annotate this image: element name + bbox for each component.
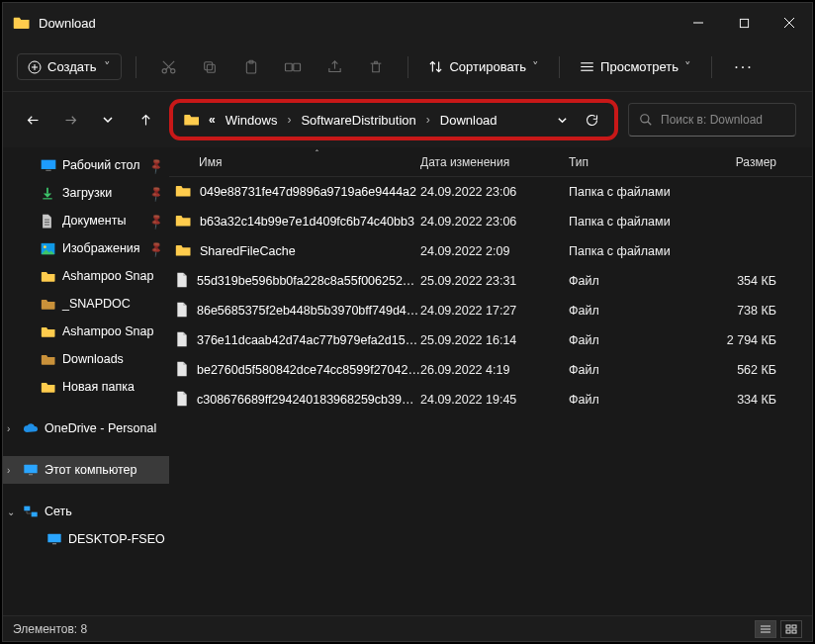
- file-date: 24.09.2022 19:45: [420, 393, 569, 407]
- file-date: 24.09.2022 23:06: [420, 215, 569, 229]
- recent-button[interactable]: [94, 106, 122, 134]
- titlebar: Download: [3, 3, 812, 43]
- chevron-down-icon: ⌄: [7, 506, 19, 517]
- chevron-down-icon: ˅: [532, 59, 539, 74]
- create-button[interactable]: Создать ˅: [17, 53, 122, 80]
- sort-ascending-icon: ˆ: [316, 148, 318, 158]
- file-name: be2760d5f580842dce74cc8599f2704254e6...: [197, 363, 420, 377]
- folder-dark-icon: [41, 297, 56, 311]
- file-name: 049e88731fe47d9896a9719a6e9444a2: [200, 185, 416, 199]
- sidebar-quick-item[interactable]: _SNAPDOC: [3, 290, 169, 318]
- copy-button[interactable]: [192, 52, 227, 82]
- file-name: SharedFileCache: [200, 244, 296, 258]
- sidebar-quick-item[interactable]: Рабочий стол📌: [3, 151, 169, 179]
- table-row[interactable]: 049e88731fe47d9896a9719a6e9444a224.09.20…: [169, 177, 812, 207]
- table-row[interactable]: b63a32c14b99e7e1d409fc6b74c40bb324.09.20…: [169, 207, 812, 236]
- table-row[interactable]: be2760d5f580842dce74cc8599f2704254e6...2…: [169, 355, 812, 385]
- table-row[interactable]: c308676689ff294240183968259cb3933419...2…: [169, 385, 812, 414]
- sidebar-item-onedrive[interactable]: › OneDrive - Personal: [3, 414, 169, 442]
- svg-point-21: [641, 115, 649, 123]
- forward-button[interactable]: [56, 106, 84, 134]
- file-name: c308676689ff294240183968259cb3933419...: [197, 393, 420, 407]
- folder-icon: [13, 15, 31, 31]
- svg-rect-28: [45, 224, 49, 225]
- column-type[interactable]: Тип: [569, 155, 697, 169]
- table-row[interactable]: 55d319be596bb0fa228c8a55f006252eb8c5...2…: [169, 266, 812, 296]
- chevron-right-icon: ›: [7, 465, 19, 476]
- folder-icon: [183, 113, 201, 127]
- sidebar-item-thispc[interactable]: › Этот компьютер: [3, 456, 169, 484]
- sidebar-quick-item[interactable]: Документы📌: [3, 207, 169, 234]
- thumbnails-view-button[interactable]: [780, 620, 802, 638]
- file-date: 26.09.2022 4:19: [420, 363, 569, 377]
- details-view-button[interactable]: [755, 620, 776, 638]
- sidebar-item-network[interactable]: ⌄ Сеть: [3, 498, 169, 525]
- sidebar-quick-item[interactable]: Новая папка: [3, 373, 169, 401]
- create-label: Создать: [47, 59, 96, 74]
- column-size[interactable]: Размер: [697, 155, 776, 169]
- file-list: ˆ Имя Дата изменения Тип Размер 049e8873…: [169, 147, 812, 615]
- address-bar[interactable]: « Windows › SoftwareDistribution › Downl…: [169, 99, 618, 140]
- separator: [136, 56, 136, 78]
- sidebar-item-label: OneDrive - Personal: [45, 421, 156, 435]
- maximize-button[interactable]: [721, 3, 767, 43]
- breadcrumb-item[interactable]: Download: [436, 113, 501, 128]
- desktop-icon: [41, 158, 56, 172]
- paste-button[interactable]: [233, 52, 269, 82]
- back-button[interactable]: [19, 106, 46, 134]
- svg-rect-15: [286, 63, 293, 71]
- search-input[interactable]: Поиск в: Download: [628, 103, 796, 137]
- file-type: Файл: [569, 304, 697, 318]
- svg-rect-16: [294, 63, 301, 71]
- svg-rect-31: [24, 465, 37, 474]
- table-row[interactable]: 86e5685375f2eb448b5b3970bff749d478cf...2…: [169, 296, 812, 325]
- delete-button[interactable]: [358, 52, 394, 82]
- file-type: Файл: [569, 333, 697, 347]
- file-type: Файл: [569, 274, 697, 288]
- file-size: 2 794 КБ: [697, 333, 776, 347]
- sidebar-quick-item[interactable]: Ashampoo Snap: [3, 318, 169, 345]
- file-size: 334 КБ: [697, 393, 776, 407]
- sidebar-quick-item[interactable]: Загрузки📌: [3, 179, 169, 207]
- sidebar-quick-item[interactable]: Ashampoo Snap: [3, 262, 169, 290]
- window-title: Download: [39, 16, 676, 31]
- sidebar-quick-item[interactable]: Изображения📌: [3, 234, 169, 262]
- file-type: Файл: [569, 393, 697, 407]
- folder-icon: [41, 380, 56, 394]
- close-button[interactable]: [767, 3, 812, 43]
- sort-label: Сортировать: [449, 59, 526, 74]
- item-count: Элементов: 8: [13, 622, 87, 636]
- separator: [711, 56, 712, 78]
- breadcrumb-item[interactable]: Windows: [222, 113, 282, 128]
- folder-icon: [41, 324, 56, 338]
- download-icon: [41, 186, 56, 200]
- more-button[interactable]: ···: [726, 58, 762, 76]
- sidebar-item-network-pc[interactable]: DESKTOP-FSEO: [3, 525, 169, 553]
- svg-line-22: [648, 122, 652, 126]
- view-menu[interactable]: Просмотреть ˅: [574, 59, 697, 74]
- address-dropdown[interactable]: [549, 115, 575, 126]
- sidebar-item-label: Downloads: [62, 352, 124, 366]
- network-icon: [23, 505, 39, 518]
- refresh-button[interactable]: [579, 113, 604, 128]
- sidebar-quick-item[interactable]: Downloads: [3, 345, 169, 373]
- sidebar: Рабочий стол📌Загрузки📌Документы📌Изображе…: [3, 147, 169, 615]
- cut-button[interactable]: [150, 52, 186, 82]
- table-row[interactable]: 376e11dcaab42d74ac77b979efa2d15e818...25…: [169, 325, 812, 355]
- column-date[interactable]: Дата изменения: [420, 155, 569, 169]
- breadcrumb-overflow[interactable]: «: [207, 113, 218, 127]
- search-icon: [639, 113, 653, 127]
- file-size: 354 КБ: [697, 274, 776, 288]
- breadcrumb-item[interactable]: SoftwareDistribution: [297, 113, 419, 128]
- share-button[interactable]: [317, 52, 352, 82]
- file-date: 24.09.2022 2:09: [420, 244, 569, 258]
- svg-rect-1: [740, 19, 748, 27]
- table-row[interactable]: SharedFileCache24.09.2022 2:09Папка с фа…: [169, 236, 812, 266]
- sidebar-item-label: Ashampoo Snap: [62, 269, 153, 283]
- svg-rect-26: [45, 219, 49, 220]
- sort-menu[interactable]: Сортировать ˅: [422, 59, 545, 74]
- rename-button[interactable]: [275, 52, 311, 82]
- column-name[interactable]: Имя: [175, 155, 420, 169]
- up-button[interactable]: [132, 106, 159, 134]
- minimize-button[interactable]: [676, 3, 721, 43]
